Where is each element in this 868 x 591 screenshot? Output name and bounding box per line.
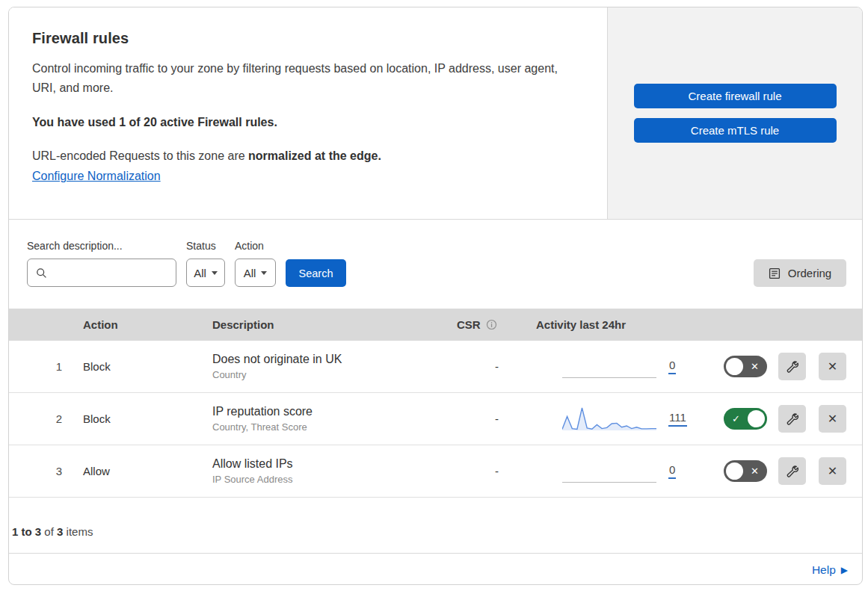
wrench-icon [786, 360, 798, 373]
toggle-knob [726, 462, 743, 480]
search-input[interactable] [53, 267, 170, 279]
delete-rule-button[interactable]: ✕ [819, 457, 846, 485]
delete-rule-button[interactable]: ✕ [819, 405, 846, 433]
rule-activity-cell: 0 ✓ ✕ ✕ [531, 457, 862, 485]
rule-enable-toggle[interactable]: ✓ ✕ [724, 356, 767, 377]
table-row: 2 Block IP reputation score Country, Thr… [9, 393, 862, 445]
action-value: All [244, 267, 256, 279]
intro-card: Firewall rules Control incoming traffic … [9, 7, 608, 219]
usage-summary: You have used 1 of 20 active Firewall ru… [32, 116, 562, 129]
status-group: Status All [186, 240, 225, 287]
action-dropdown[interactable]: All [235, 259, 276, 287]
close-icon: ✕ [828, 359, 837, 374]
configure-normalization-link[interactable]: Configure Normalization [32, 170, 161, 182]
header-activity: Activity last 24hr [531, 318, 862, 331]
items-count-bar: 1 to 3 of 3 items [9, 498, 862, 554]
table-row: 3 Allow Allow listed IPs IP Source Addre… [9, 445, 862, 498]
toggle-knob [726, 358, 743, 375]
status-dropdown[interactable]: All [186, 259, 225, 287]
search-icon [36, 267, 47, 279]
chevron-down-icon [261, 271, 267, 275]
activity-sparkline [562, 406, 656, 433]
rule-csr: - [449, 360, 531, 373]
header-section: Firewall rules Control incoming traffic … [9, 7, 862, 220]
header-action: Action [83, 318, 212, 331]
rule-priority: 1 [9, 360, 83, 373]
wrench-icon [786, 412, 798, 425]
wrench-icon [786, 465, 798, 477]
ordering-label: Ordering [788, 267, 831, 279]
rule-priority: 3 [9, 465, 83, 477]
items-range: 1 to 3 [12, 525, 41, 538]
rule-activity-cell: 0 ✓ ✕ ✕ [531, 353, 862, 380]
normalization-text: URL-encoded Requests to this zone are [32, 149, 248, 162]
rule-enable-toggle[interactable]: ✓ ✕ [724, 408, 767, 430]
help-bar: Help▶ [9, 554, 862, 585]
activity-sparkline [562, 458, 656, 485]
rule-description: Allow listed IPs [212, 457, 449, 471]
status-label: Status [186, 240, 225, 252]
check-icon: ✓ [732, 414, 740, 424]
rule-action: Block [83, 360, 212, 373]
rule-description-cell: IP reputation score Country, Threat Scor… [212, 405, 449, 433]
filter-bar: Search description... Status All Action … [9, 220, 862, 309]
rule-description: IP reputation score [212, 405, 449, 418]
rule-fields: Country, Threat Score [212, 421, 449, 433]
close-icon: ✕ [828, 412, 837, 426]
activity-count-link[interactable]: 111 [668, 411, 687, 427]
help-label: Help [812, 563, 836, 577]
delete-rule-button[interactable]: ✕ [819, 353, 846, 380]
rule-fields: Country [212, 369, 449, 380]
rule-csr: - [449, 412, 531, 425]
rule-action: Allow [83, 465, 212, 477]
items-count-text: 1 to 3 of 3 items [12, 525, 93, 538]
rule-action: Block [83, 412, 212, 425]
ordering-icon [769, 267, 781, 279]
search-button[interactable]: Search [286, 259, 346, 287]
search-input-box[interactable] [27, 259, 176, 287]
items-word: items [63, 525, 93, 538]
rule-description: Does not originate in UK [212, 353, 449, 366]
ordering-button[interactable]: Ordering [754, 259, 846, 287]
page-title: Firewall rules [32, 30, 562, 47]
header-csr: CSR [449, 318, 531, 331]
items-of: of [41, 525, 57, 538]
action-label: Action [235, 240, 276, 252]
x-icon: ✕ [751, 466, 759, 476]
arrow-right-icon: ▶ [841, 565, 848, 575]
rule-enable-toggle[interactable]: ✓ ✕ [724, 460, 767, 482]
normalization-bold: normalized at the edge. [248, 149, 381, 162]
toggle-knob [748, 410, 765, 427]
info-icon[interactable] [486, 319, 497, 330]
help-link[interactable]: Help▶ [812, 563, 848, 577]
rule-description-cell: Allow listed IPs IP Source Address [212, 457, 449, 485]
rule-activity-cell: 111 ✓ ✕ ✕ [531, 405, 862, 433]
create-firewall-rule-button[interactable]: Create firewall rule [634, 84, 837, 108]
edit-rule-button[interactable] [778, 457, 806, 485]
rule-description-cell: Does not originate in UK Country [212, 353, 449, 380]
search-label: Search description... [27, 240, 176, 252]
rule-fields: IP Source Address [212, 474, 449, 485]
x-icon: ✕ [751, 362, 759, 371]
edit-rule-button[interactable] [778, 405, 806, 433]
chevron-down-icon [212, 271, 218, 275]
create-mtls-rule-button[interactable]: Create mTLS rule [634, 118, 837, 143]
edit-rule-button[interactable] [778, 353, 806, 380]
rule-priority: 2 [9, 412, 83, 425]
table-header: Action Description CSR Activity last 24h… [9, 309, 862, 341]
actions-panel: Create firewall rule Create mTLS rule [608, 7, 862, 219]
normalization-note: URL-encoded Requests to this zone are no… [32, 149, 562, 163]
activity-count-link[interactable]: 0 [668, 463, 676, 479]
page-description: Control incoming traffic to your zone by… [32, 59, 562, 98]
firewall-rules-page: Firewall rules Control incoming traffic … [8, 7, 863, 585]
csr-label: CSR [457, 318, 481, 331]
search-group: Search description... [27, 240, 176, 287]
header-description: Description [212, 318, 449, 331]
activity-count-link[interactable]: 0 [668, 359, 676, 374]
rule-csr: - [449, 465, 531, 477]
activity-sparkline [562, 353, 656, 380]
close-icon: ✕ [828, 464, 837, 478]
status-value: All [194, 267, 206, 279]
table-row: 1 Block Does not originate in UK Country… [9, 341, 862, 393]
action-group: Action All [235, 240, 276, 287]
